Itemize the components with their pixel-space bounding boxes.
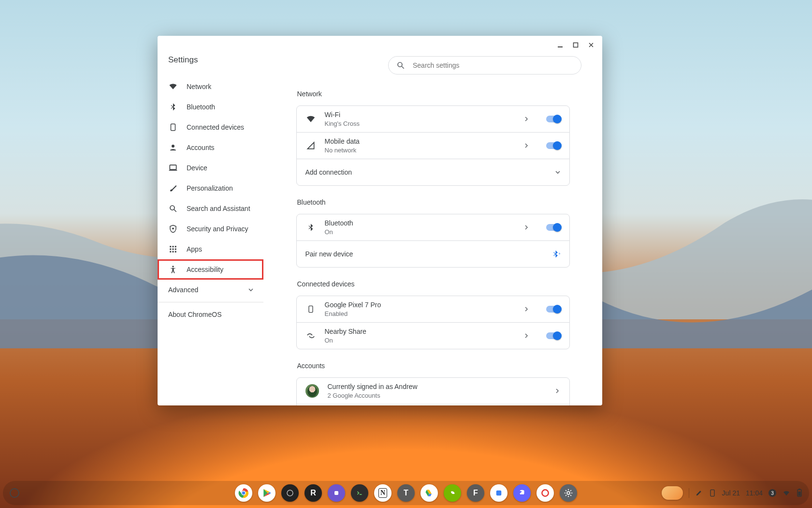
app-red-ring[interactable] [536, 484, 554, 502]
app-f[interactable]: F [467, 484, 484, 502]
chevron-right-icon [524, 117, 530, 121]
row-sync[interactable]: Sync and Google services [297, 404, 569, 405]
toggle-mobile-data[interactable] [546, 142, 561, 149]
sidebar-item-apps[interactable]: Apps [158, 239, 263, 259]
sidebar-item-connected-devices[interactable]: Connected devices [158, 117, 263, 137]
search-icon [396, 61, 405, 70]
svg-rect-2 [171, 124, 175, 131]
separator [689, 488, 689, 498]
search-input[interactable] [412, 61, 573, 70]
row-label: Pair new device [305, 250, 353, 258]
sidebar-item-search-assistant[interactable]: Search and Assistant [158, 198, 263, 219]
sidebar-item-label: Security and Privacy [187, 225, 248, 233]
app-terminal[interactable] [351, 484, 368, 502]
phone-hub-icon[interactable] [709, 488, 716, 498]
sidebar-item-accessibility[interactable]: Accessibility [158, 259, 263, 280]
launcher-button[interactable] [10, 488, 19, 498]
svg-rect-14 [175, 249, 176, 250]
stylus-icon[interactable] [695, 489, 703, 497]
section-title-bluetooth: Bluetooth [297, 198, 570, 206]
bluetooth-icon [168, 102, 178, 112]
sidebar-item-label: Search and Assistant [187, 205, 250, 212]
card-accounts: Currently signed in as Andrew 2 Google A… [296, 377, 570, 405]
svg-point-8 [172, 227, 174, 229]
toggle-phone[interactable] [546, 306, 561, 313]
sidebar-item-advanced[interactable]: Advanced [158, 280, 263, 300]
wifi-icon [168, 82, 178, 91]
row-current-account[interactable]: Currently signed in as Andrew 2 Google A… [297, 378, 569, 404]
app-t[interactable]: T [397, 484, 415, 502]
app-nvidia[interactable] [444, 484, 461, 502]
app-circle-dark-1[interactable] [281, 484, 299, 502]
chevron-down-icon [248, 287, 254, 293]
sidebar-divider [158, 302, 263, 302]
sidebar-item-network[interactable]: Network [158, 76, 263, 97]
svg-line-7 [174, 209, 176, 212]
sidebar-item-label: Accessibility [187, 266, 223, 273]
sidebar-item-label: About ChromeOS [168, 311, 222, 318]
sidebar-item-label: Device [187, 164, 207, 172]
chevron-down-icon [555, 169, 561, 175]
row-label: Mobile data [325, 137, 515, 146]
row-phone[interactable]: Google Pixel 7 Pro Enabled [297, 296, 569, 322]
notification-badge[interactable]: 3 [768, 489, 776, 497]
app-r[interactable]: R [304, 484, 322, 502]
app-mastodon[interactable] [513, 484, 531, 502]
app-play-store[interactable] [258, 484, 276, 502]
row-pair-new-device[interactable]: Pair new device + [297, 240, 569, 267]
sidebar-item-label: Personalization [187, 184, 233, 192]
sidebar-item-label: Advanced [168, 286, 198, 294]
app-notion[interactable]: N [374, 484, 392, 502]
toggle-nearby-share[interactable] [546, 332, 561, 339]
sidebar-item-accounts[interactable]: Accounts [158, 137, 263, 158]
row-wifi[interactable]: Wi-Fi King's Cross [297, 106, 569, 132]
svg-rect-13 [173, 249, 174, 250]
sidebar-item-personalization[interactable]: Personalization [158, 178, 263, 198]
svg-point-19 [398, 62, 402, 67]
svg-rect-9 [170, 246, 171, 247]
row-bluetooth[interactable]: Bluetooth On [297, 214, 569, 240]
wallpaper-thumbnail[interactable] [662, 486, 683, 500]
row-label: Wi-Fi [325, 111, 515, 119]
row-label: Google Pixel 7 Pro [325, 301, 515, 309]
search-field[interactable] [388, 56, 581, 75]
toggle-bluetooth[interactable] [546, 224, 561, 231]
apps-icon [168, 244, 178, 254]
card-bluetooth: Bluetooth On Pair new device + [296, 214, 570, 268]
svg-point-25 [242, 491, 246, 495]
sidebar-item-bluetooth[interactable]: Bluetooth [158, 97, 263, 117]
sidebar-item-device[interactable]: Device [158, 158, 263, 178]
row-nearby-share[interactable]: Nearby Share On [297, 322, 569, 349]
sidebar-item-about[interactable]: About ChromeOS [158, 304, 263, 325]
svg-rect-17 [175, 251, 176, 253]
phone-icon [305, 304, 316, 314]
app-settings[interactable] [560, 484, 577, 502]
sidebar-item-label: Network [187, 83, 211, 90]
nearby-share-icon [305, 330, 316, 341]
status-time: 11:04 [746, 489, 763, 497]
app-blue-square[interactable] [490, 484, 508, 502]
toggle-wifi[interactable] [546, 116, 561, 122]
row-label: Currently signed in as Andrew [328, 383, 546, 391]
avatar [305, 384, 319, 398]
svg-rect-11 [175, 246, 176, 247]
app-purple[interactable] [328, 484, 345, 502]
svg-rect-10 [173, 246, 174, 247]
row-label: Bluetooth [325, 219, 515, 227]
accessibility-icon [168, 265, 178, 274]
sidebar-item-security-privacy[interactable]: Security and Privacy [158, 219, 263, 239]
brush-icon [168, 183, 178, 193]
person-icon [168, 143, 178, 152]
section-title-connected: Connected devices [297, 280, 570, 288]
row-sublabel: On [325, 337, 515, 344]
sidebar-item-label: Accounts [187, 144, 215, 151]
wifi-status-icon [782, 489, 791, 497]
row-mobile-data[interactable]: Mobile data No network [297, 132, 569, 159]
app-drive-colors[interactable] [420, 484, 438, 502]
app-chrome[interactable] [235, 484, 252, 502]
status-date: Jul 21 [722, 489, 740, 497]
search-icon [168, 204, 178, 213]
row-add-connection[interactable]: Add connection [297, 159, 569, 185]
status-area[interactable]: Jul 21 11:04 3 [662, 486, 802, 500]
wifi-icon [305, 114, 316, 124]
